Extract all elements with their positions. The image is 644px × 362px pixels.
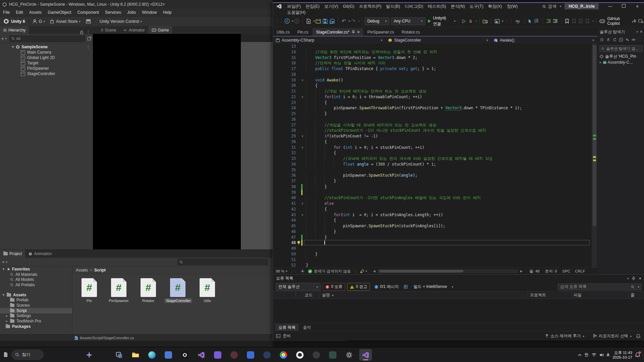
taskbar-app-teal[interactable]	[326, 349, 339, 361]
navbar-member-dropdown[interactable]: Awake()▾	[491, 37, 597, 44]
tray-chevron-icon[interactable]	[578, 354, 582, 356]
code-line-24[interactable]: 24 pinSpawner.SpawnThrowablePin(firstPin…	[273, 105, 592, 111]
warnings-filter-button[interactable]: 0 경고	[347, 283, 370, 291]
tab-animation[interactable]: Animation	[25, 250, 55, 258]
code-line-32[interactable]: 32 {	[273, 150, 592, 156]
hot-reload-icon[interactable]	[468, 18, 473, 24]
favorites-node[interactable]: ▼★Favorites	[0, 266, 72, 272]
project-file-utils[interactable]: # Utils	[194, 278, 221, 303]
unity-menu-window[interactable]: Window	[139, 9, 160, 16]
error-list-search-input[interactable]: 검색 오류 목록 ▾	[558, 284, 642, 290]
vs-search-box[interactable]: 검색▾	[542, 4, 561, 9]
vs-menu-help[interactable]: 도움말(H)	[285, 10, 308, 15]
version-control-button[interactable]: Unity Version Control	[100, 19, 139, 24]
solution-platform-dropdown[interactable]: Any CPU▾	[391, 17, 425, 25]
code-editor[interactable]: 1314 //게임 화면 하단에 배치되는 던져야하는 핀들의 첫 번째 핀 위…	[273, 44, 592, 267]
attach-to-unity-button[interactable]: Unity에 연결	[433, 15, 451, 27]
share-icon[interactable]	[631, 18, 637, 24]
home-window-icon[interactable]	[494, 18, 500, 24]
fold-chevron-icon[interactable]: ∨	[302, 212, 303, 218]
vs-menu[interactable]: 확장(X)	[486, 4, 504, 9]
code-line-29[interactable]: 29∨ if(stuckPinCount != -1)	[273, 133, 592, 139]
se-refresh-icon[interactable]	[612, 37, 617, 42]
build-intellisense-dropdown[interactable]: 빌드 + IntelliSense▾	[411, 283, 455, 290]
expand-arrow-icon[interactable]: ▸	[600, 61, 601, 64]
vs-menu[interactable]: 편집(E)	[303, 4, 322, 9]
taskbar-visual-studio-active[interactable]	[359, 349, 372, 361]
collapse-arrow-icon[interactable]: ▼	[11, 45, 14, 49]
breadcrumb-assets[interactable]: Assets	[76, 268, 88, 273]
code-line-28[interactable]: 28 //stuckPincount가 -1이 아니면 stuckPinCoun…	[273, 128, 592, 133]
code-line-52[interactable]: 52}	[273, 262, 592, 267]
taskbar-file-explorer[interactable]	[129, 349, 142, 361]
find-in-files-icon[interactable]	[483, 18, 488, 24]
hierarchy-item[interactable]: PinSpawner	[0, 66, 93, 71]
code-line-23[interactable]: 23 {	[273, 100, 592, 106]
vs-menu[interactable]: 도구(T)	[467, 4, 486, 9]
cursor-select-icon[interactable]	[527, 18, 533, 24]
account-button[interactable]: G	[39, 19, 42, 24]
navigate-back-icon[interactable]	[284, 18, 290, 24]
project-file-rotator[interactable]: # Rotator	[135, 278, 162, 303]
hscroll-right-arrow[interactable]: ▶	[520, 269, 523, 273]
unity-menu-component[interactable]: Component	[74, 9, 102, 16]
taskbar-github[interactable]	[293, 349, 306, 361]
unity-menu-services[interactable]: Services	[102, 9, 124, 16]
code-line-25[interactable]: 25 }	[273, 111, 592, 117]
code-line-46[interactable]: 46 }	[273, 229, 592, 235]
error-column-2[interactable]: 프로젝트	[528, 292, 572, 298]
doc-tab-utilscs[interactable]: Utils.cs	[273, 28, 294, 36]
github-copilot-label[interactable]: GitHub Copilot	[607, 16, 629, 26]
code-line-19[interactable]: 19∨ void Awake()	[273, 77, 592, 83]
taskbar-app-blue[interactable]	[162, 349, 175, 361]
error-column-4[interactable]: 줄	[629, 292, 644, 298]
asset-folder-settings[interactable]: ▸ Settings	[0, 313, 72, 319]
undo-icon[interactable]: ↶	[341, 18, 346, 24]
live-share-icon[interactable]	[638, 18, 644, 24]
vs-menu[interactable]: 보기(V)	[322, 4, 341, 9]
vs-menu[interactable]: 프로젝트(P)	[357, 4, 384, 9]
code-line-26[interactable]: 26	[273, 117, 592, 122]
tab-game[interactable]: Game	[148, 26, 172, 34]
error-column-0[interactable]: 코드	[303, 292, 320, 298]
code-line-37[interactable]: 37 }	[273, 178, 592, 184]
code-line-30[interactable]: 30 {	[273, 139, 592, 145]
spell-check-icon[interactable]: abc	[516, 18, 521, 24]
vs-menu[interactable]: 분석(N)	[448, 4, 467, 9]
error-scope-dropdown[interactable]: 전체 솔루션▾	[276, 283, 321, 291]
doc-tab-pinspawnercs[interactable]: PinSpawner.cs	[364, 28, 398, 36]
asset-folder-textmesh-pro[interactable]: ▸ TextMesh Pro	[0, 318, 72, 324]
tab-project[interactable]: Project	[0, 250, 25, 258]
volume-icon[interactable]	[599, 353, 604, 357]
vs-menu[interactable]: 디버그(D)	[402, 4, 426, 9]
no-issues-label[interactable]: 문제가 검색되지 않음	[314, 269, 351, 274]
code-line-50[interactable]: 50 }	[273, 251, 592, 257]
se-preview-icon[interactable]	[631, 37, 636, 42]
code-line-38[interactable]: 38 }	[273, 184, 592, 190]
clear-messages-icon[interactable]	[404, 285, 409, 289]
project-file-pin[interactable]: # Pin	[76, 278, 103, 303]
close-button[interactable]: ×	[630, 4, 644, 9]
taskbar-clock[interactable]: 오후 11:43 2025-10-17	[612, 350, 632, 360]
code-line-36[interactable]: 36 pinSpawner.SpawnStuckPin(angle);	[273, 173, 592, 178]
notification-center-icon[interactable]	[635, 352, 640, 357]
doc-tab-pincs[interactable]: Pin.cs	[294, 28, 313, 36]
taskbar-app-violet[interactable]	[211, 349, 224, 361]
format-document-icon[interactable]	[534, 18, 539, 24]
hierarchy-search-input[interactable]: All	[9, 36, 85, 42]
fold-chevron-icon[interactable]: ∨	[302, 201, 303, 206]
se-properties-icon[interactable]	[625, 37, 630, 42]
taskbar-app-navy[interactable]	[261, 349, 273, 361]
unity-menu-file[interactable]: File	[0, 9, 13, 16]
code-line-41[interactable]: 41∨ else	[273, 201, 592, 206]
favorites-item[interactable]: All Models	[0, 277, 72, 282]
code-line-35[interactable]: 35	[273, 167, 592, 173]
code-line-33[interactable]: 33 //과녁에 배치되어 있는 핀의 개수에 따라 일정한 간격으로 배치될 …	[273, 156, 592, 162]
kebab-menu-icon[interactable]: ⋮	[86, 29, 90, 34]
taskbar-visual-studio[interactable]	[195, 349, 208, 361]
code-line-16[interactable]: 16 //던져야 하는 핀들 사이의 배치 거리	[273, 60, 592, 66]
vs-menu[interactable]: Git(G)	[340, 4, 357, 9]
tab-hierarchy[interactable]: Hierarchy	[0, 26, 29, 34]
code-line-15[interactable]: 15 Vector3 firstPinPosition = Vector3.do…	[273, 55, 592, 61]
github-copilot-icon[interactable]	[599, 18, 605, 24]
